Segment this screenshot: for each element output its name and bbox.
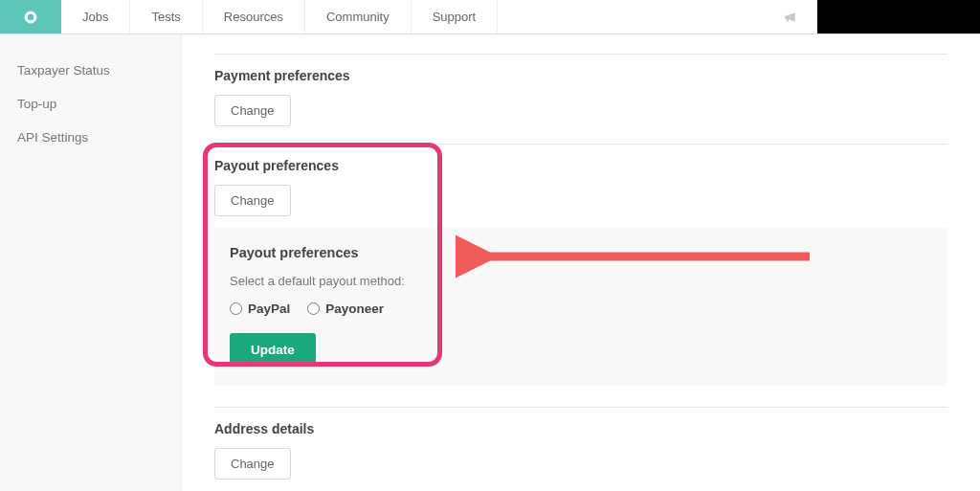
address-change-button[interactable]: Change	[214, 448, 291, 480]
payout-option-paypal[interactable]: PayPal	[230, 301, 290, 316]
payout-preferences-group: Payout preferences Change Payout prefere…	[214, 145, 947, 386]
main-content: Payment preferences Change Payout prefer…	[182, 34, 980, 491]
payout-preferences-panel: Payout preferences Select a default payo…	[214, 228, 947, 386]
section-payment-preferences: Payment preferences Change	[214, 55, 947, 144]
payout-radio-payoneer[interactable]	[307, 302, 320, 315]
layout: Taxpayer Status Top-up API Settings Paym…	[0, 34, 980, 491]
sidebar-item-taxpayer-status[interactable]: Taxpayer Status	[0, 54, 181, 87]
payment-change-button[interactable]: Change	[214, 95, 291, 126]
address-details-title: Address details	[214, 421, 947, 436]
payout-change-button[interactable]: Change	[214, 185, 291, 216]
topbar: Jobs Tests Resources Community Support	[0, 0, 980, 34]
payout-update-button[interactable]: Update	[230, 333, 316, 367]
nav-jobs[interactable]: Jobs	[61, 0, 130, 33]
topbar-right	[766, 0, 980, 33]
nav-community[interactable]: Community	[305, 0, 412, 33]
announcements-icon[interactable]	[766, 9, 817, 26]
payment-preferences-title: Payment preferences	[214, 68, 947, 83]
nav-support[interactable]: Support	[412, 0, 499, 33]
payout-option-paypal-label: PayPal	[248, 301, 290, 316]
payout-panel-title: Payout preferences	[230, 245, 932, 260]
sidebar-item-api-settings[interactable]: API Settings	[0, 121, 181, 154]
nav-resources[interactable]: Resources	[203, 0, 305, 33]
payout-preferences-title: Payout preferences	[214, 158, 947, 173]
user-menu[interactable]	[817, 0, 980, 33]
sidebar-item-top-up[interactable]: Top-up	[0, 87, 181, 121]
sidebar: Taxpayer Status Top-up API Settings	[0, 34, 182, 491]
payout-option-payoneer-label: Payoneer	[325, 301, 384, 316]
logo-icon	[18, 5, 43, 30]
payout-radio-paypal[interactable]	[230, 302, 242, 315]
section-payout-preferences: Payout preferences Change	[214, 145, 947, 228]
logo[interactable]	[0, 0, 61, 33]
nav-tests[interactable]: Tests	[130, 0, 202, 33]
payout-panel-description: Select a default payout method:	[230, 274, 932, 288]
megaphone-icon	[783, 9, 800, 26]
section-address-details: Address details Change	[214, 408, 947, 491]
payout-method-options: PayPal Payoneer	[230, 301, 932, 316]
payout-option-payoneer[interactable]: Payoneer	[307, 301, 384, 316]
